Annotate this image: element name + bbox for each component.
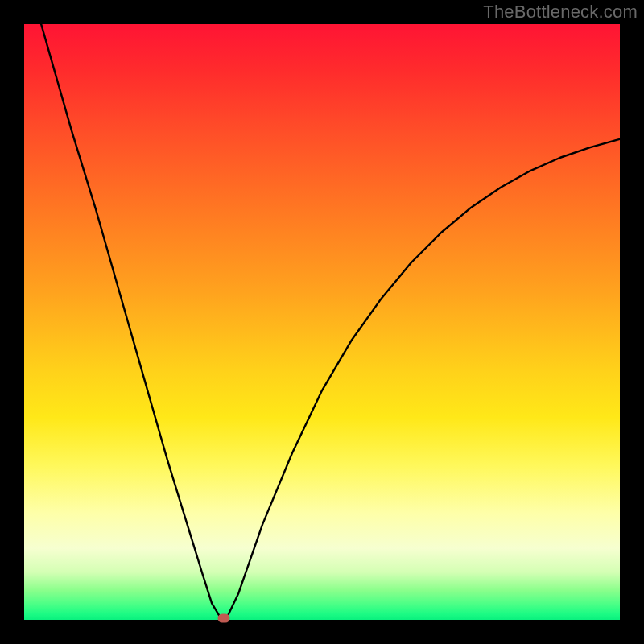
optimal-point-marker [217,613,229,622]
plot-frame [24,24,620,620]
bottleneck-curve [24,24,620,620]
watermark-text: TheBottleneck.com [483,2,638,23]
